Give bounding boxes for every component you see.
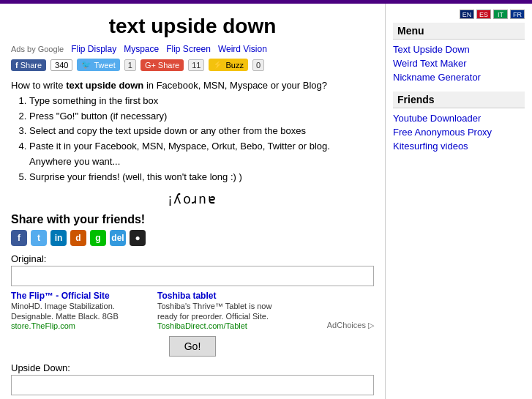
flag-it[interactable]: IT — [493, 10, 508, 19]
instruction-step-3: Select and copy the text upside down or … — [29, 124, 374, 139]
main-content: text upside down Ads by Google Flip Disp… — [0, 4, 386, 399]
ad1-domain: store.TheFlip.com — [11, 321, 143, 330]
page-title: text upside down — [11, 15, 374, 38]
original-input[interactable] — [11, 266, 374, 286]
gshare-icon: G+ — [145, 61, 156, 70]
language-flags: EN ES IT FR — [393, 10, 525, 19]
ad1-title[interactable]: The Flip™ - Official Site — [11, 291, 143, 301]
menu-link-text-upside-down[interactable]: Text Upside Down — [393, 44, 525, 55]
flip-display-link[interactable]: Flip Display — [71, 44, 116, 54]
upside-down-preview: ¡ʎoɹnɐ — [11, 191, 374, 207]
buzz-icon: ⚡ — [213, 60, 223, 70]
share-linkedin-icon[interactable]: in — [50, 230, 67, 246]
tweet-count: 1 — [124, 59, 136, 71]
fb-share-label: Share — [20, 61, 42, 70]
buzz-count: 0 — [252, 59, 264, 71]
instructions-intro: How to write text upside down in Faceboo… — [11, 78, 374, 94]
menu-link-weird-text-maker[interactable]: Weird Text Maker — [393, 58, 525, 69]
flag-en[interactable]: EN — [460, 10, 474, 19]
instruction-step-2: Press "Go!" button (if necessary) — [29, 109, 374, 124]
friends-section: Friends Youtube Downloader Free Anonymou… — [393, 92, 525, 152]
flip-screen-link[interactable]: Flip Screen — [166, 44, 211, 54]
gshare-label: Share — [158, 61, 179, 70]
ads-by-google-label: Ads by Google — [11, 45, 64, 53]
ad1-text: MinoHD. Image Stabilization. Designable.… — [11, 301, 143, 322]
adchoices-label[interactable]: AdChoices ▷ — [327, 321, 374, 330]
upside-down-field-group: Upside Down: — [11, 362, 374, 398]
ad-item-1: The Flip™ - Official Site MinoHD. Image … — [11, 291, 143, 331]
ad-block: The Flip™ - Official Site MinoHD. Image … — [11, 291, 374, 331]
share-digg-icon[interactable]: d — [70, 230, 86, 246]
share-google-icon[interactable]: g — [90, 230, 106, 246]
page-layout: text upside down Ads by Google Flip Disp… — [0, 4, 532, 399]
share-twitter-icon[interactable]: t — [31, 230, 47, 246]
go-button[interactable]: Go! — [169, 336, 217, 357]
menu-link-nickname-generator[interactable]: Nickname Generator — [393, 72, 525, 83]
instructions-list: Type something in the first box Press "G… — [29, 94, 374, 185]
fb-icon: f — [15, 61, 18, 70]
friends-section-title: Friends — [393, 92, 525, 108]
flag-fr[interactable]: FR — [510, 10, 525, 19]
friends-link-proxy[interactable]: Free Anonymous Proxy — [393, 127, 525, 138]
menu-section-title: Menu — [393, 23, 525, 40]
instruction-step-1: Type something in the first box — [29, 94, 374, 109]
instruction-step-4: Paste it in your Facebook, MSN, Myspace,… — [29, 139, 374, 170]
share-delicious-icon[interactable]: del — [110, 230, 126, 246]
myspace-link[interactable]: Myspace — [124, 44, 159, 54]
original-label: Original: — [11, 253, 374, 264]
weird-vision-link[interactable]: Weird Vision — [218, 44, 267, 54]
instructions: How to write text upside down in Faceboo… — [11, 78, 374, 185]
tweet-icon: 🐦 — [81, 60, 91, 70]
friends-link-kitesurfing[interactable]: Kitesurfing videos — [393, 141, 525, 152]
sidebar: EN ES IT FR Menu Text Upside Down Weird … — [386, 4, 532, 399]
upside-down-label: Upside Down: — [11, 362, 374, 373]
flag-es[interactable]: ES — [476, 10, 491, 19]
tweet-button[interactable]: 🐦 Tweet — [77, 59, 119, 71]
upside-down-output[interactable] — [11, 375, 374, 395]
instruction-step-5: Surprise your friends! (well, this won't… — [29, 170, 374, 185]
facebook-share-button[interactable]: f Share — [11, 59, 46, 71]
buzz-label: Buzz — [225, 61, 243, 70]
share-facebook-icon[interactable]: f — [11, 230, 27, 246]
gshare-count: 11 — [188, 59, 204, 71]
google-share-button[interactable]: G+ Share — [141, 59, 184, 71]
original-field-group: Original: — [11, 253, 374, 286]
ad-item-2: Toshiba tablet Toshiba's Thrive™ Tablet … — [157, 291, 289, 331]
share-icons-row: f t in d g del ● — [11, 230, 374, 246]
share-other-icon[interactable]: ● — [130, 230, 146, 246]
fb-share-count: 340 — [50, 59, 72, 71]
friends-link-youtube[interactable]: Youtube Downloader — [393, 113, 525, 124]
ad2-text: Toshiba's Thrive™ Tablet is now ready fo… — [157, 301, 289, 322]
social-buttons: f Share 340 🐦 Tweet 1 G+ Share 11 ⚡ Buzz… — [11, 59, 374, 71]
share-heading: Share with your friends! — [11, 213, 374, 226]
buzz-button[interactable]: ⚡ Buzz — [209, 59, 247, 71]
ad2-domain: ToshibaDirect.com/Tablet — [157, 321, 289, 330]
ad2-title[interactable]: Toshiba tablet — [157, 291, 289, 301]
tweet-label: Tweet — [94, 61, 115, 70]
ads-bar: Ads by Google Flip Display Myspace Flip … — [11, 44, 374, 54]
